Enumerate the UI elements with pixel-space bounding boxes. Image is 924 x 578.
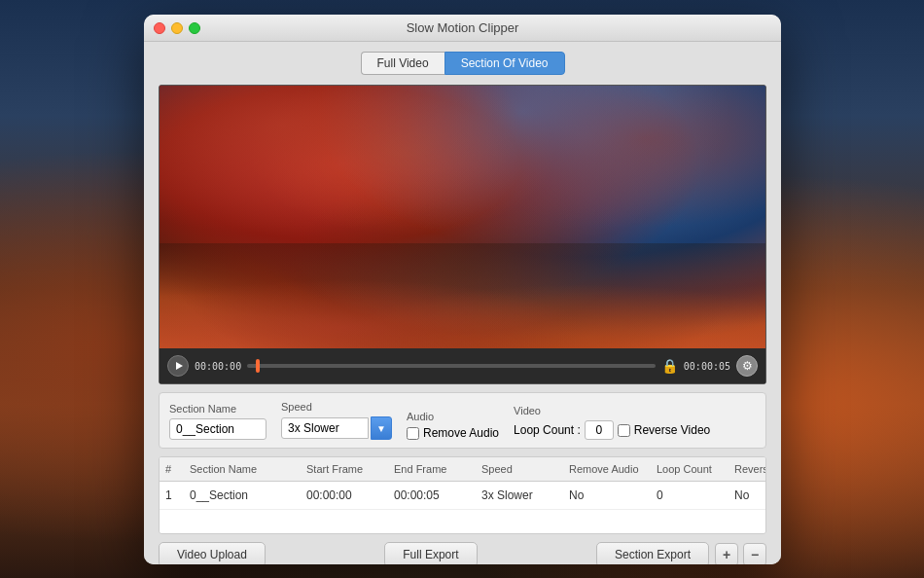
cell-reverse-video: No: [729, 487, 766, 504]
settings-icon: ⚙: [742, 359, 753, 373]
chevron-down-icon: ▼: [376, 423, 386, 434]
section-name-input[interactable]: [169, 418, 267, 440]
loop-count-label: Loop Count :: [514, 423, 581, 437]
volume-icon[interactable]: 🔒: [661, 358, 678, 374]
video-upload-button[interactable]: Video Upload: [159, 542, 266, 564]
tab-section-of-video[interactable]: Section Of Video: [444, 52, 565, 75]
section-controls: Section Name Speed 1x Normal 2x Slower 3…: [159, 392, 766, 449]
play-button[interactable]: [167, 355, 189, 377]
speed-dropdown-button[interactable]: ▼: [371, 416, 392, 440]
loop-count-input[interactable]: [585, 420, 614, 440]
scrubber-thumb[interactable]: [256, 359, 260, 373]
col-header-reverse-video: Reverse Video: [729, 461, 766, 477]
audio-label: Audio: [407, 411, 499, 422]
section-name-group: Section Name: [169, 403, 267, 440]
speed-select[interactable]: 1x Normal 2x Slower 3x Slower 4x Slower …: [281, 417, 369, 439]
remove-section-button[interactable]: −: [743, 543, 766, 564]
col-header-speed: Speed: [476, 461, 563, 477]
loop-count-row: Loop Count : Reverse Video: [514, 420, 710, 440]
video-scrubber[interactable]: [247, 364, 656, 368]
cell-section-name: 0__Section: [184, 487, 301, 504]
audio-group: Audio Remove Audio: [407, 411, 499, 440]
app-window: Slow Motion Clipper Full Video Section O…: [144, 15, 781, 564]
cell-speed: 3x Slower: [476, 487, 563, 504]
tab-full-video[interactable]: Full Video: [361, 52, 444, 75]
titlebar: Slow Motion Clipper: [144, 15, 781, 42]
video-settings-label: Video: [514, 405, 710, 416]
section-export-group: Section Export + −: [596, 542, 766, 564]
col-header-section-name: Section Name: [184, 461, 301, 477]
sections-table: # Section Name Start Frame End Frame Spe…: [159, 456, 766, 534]
time-end: 00:00:05: [684, 361, 730, 372]
full-export-button[interactable]: Full Export: [384, 542, 477, 564]
cell-remove-audio: No: [563, 487, 651, 504]
col-header-start-frame: Start Frame: [301, 461, 388, 477]
cell-start-frame: 00:00:00: [301, 487, 388, 504]
remove-audio-row: Remove Audio: [407, 426, 499, 440]
video-settings-group: Video Loop Count : Reverse Video: [514, 405, 710, 440]
reverse-video-label: Reverse Video: [634, 423, 711, 437]
video-container: 00:00:00 🔒 00:00:05 ⚙: [159, 85, 766, 384]
video-reflection: [160, 243, 765, 348]
minimize-button[interactable]: [171, 22, 183, 34]
cell-num: 1: [160, 487, 184, 504]
cell-end-frame: 00:00:05: [388, 487, 476, 504]
video-display: [160, 86, 765, 348]
cell-loop-count: 0: [651, 487, 729, 504]
add-section-button[interactable]: +: [715, 543, 738, 564]
bottom-bar: Video Upload Full Export Section Export …: [159, 542, 766, 564]
col-header-remove-audio: Remove Audio: [563, 461, 651, 477]
speed-select-wrap: 1x Normal 2x Slower 3x Slower 4x Slower …: [281, 416, 392, 440]
window-content: Full Video Section Of Video 00:00:00 🔒 0…: [144, 42, 781, 564]
remove-audio-checkbox[interactable]: [407, 427, 419, 440]
section-export-button[interactable]: Section Export: [596, 542, 709, 564]
window-title: Slow Motion Clipper: [407, 20, 519, 35]
settings-button[interactable]: ⚙: [736, 355, 758, 377]
icon-buttons: + −: [715, 543, 766, 564]
table-row[interactable]: 1 0__Section 00:00:00 00:00:05 3x Slower…: [160, 482, 765, 510]
remove-audio-label: Remove Audio: [423, 426, 499, 440]
time-current: 00:00:00: [195, 361, 241, 372]
col-header-num: #: [160, 461, 184, 477]
section-name-label: Section Name: [169, 403, 267, 415]
traffic-lights: [154, 22, 200, 34]
maximize-button[interactable]: [189, 22, 200, 34]
col-header-end-frame: End Frame: [388, 461, 476, 477]
speed-group: Speed 1x Normal 2x Slower 3x Slower 4x S…: [281, 401, 392, 440]
col-header-loop-count: Loop Count: [651, 461, 729, 477]
tab-bar: Full Video Section Of Video: [159, 52, 766, 75]
speed-label: Speed: [281, 401, 392, 413]
reverse-video-checkbox[interactable]: [618, 424, 630, 437]
video-controls: 00:00:00 🔒 00:00:05 ⚙: [160, 348, 765, 383]
close-button[interactable]: [154, 22, 165, 34]
table-header: # Section Name Start Frame End Frame Spe…: [160, 457, 765, 482]
play-icon: [176, 362, 183, 370]
